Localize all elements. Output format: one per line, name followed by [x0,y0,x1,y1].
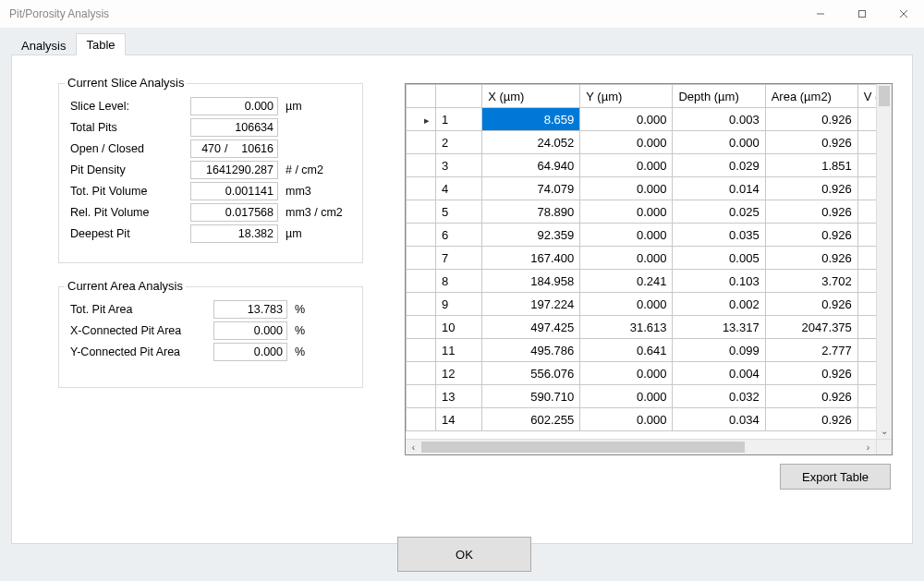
cell-depth[interactable]: 0.103 [673,270,765,293]
table-row[interactable]: 224.0520.0000.0000.926 [407,131,877,154]
row-header[interactable] [407,131,436,154]
row-header[interactable] [407,385,436,408]
cell-index[interactable]: 8 [436,270,482,293]
cell-index[interactable]: 9 [436,293,482,316]
export-table-button[interactable]: Export Table [780,464,891,490]
cell-depth[interactable]: 0.025 [673,200,765,224]
cell-area[interactable]: 0.926 [765,224,857,247]
row-header[interactable] [407,177,436,200]
cell-area[interactable]: 0.926 [765,385,857,408]
row-header[interactable] [407,293,436,316]
value[interactable]: 0.000 [213,321,287,340]
table-row[interactable]: 578.8900.0000.0250.926 [407,200,877,224]
value[interactable]: 106634 [190,118,278,137]
cell-index[interactable]: 1 [436,108,482,131]
cell-area[interactable]: 0.926 [765,408,857,431]
grid-vertical-scrollbar[interactable]: ⌄ [876,84,892,439]
cell-x[interactable]: 590.710 [482,385,580,408]
value[interactable]: 0.001141 [190,182,278,200]
scrollbar-thumb[interactable] [879,86,890,106]
table-row[interactable]: 11495.7860.6410.0992.777 [407,339,877,362]
cell-area[interactable]: 0.926 [765,362,857,385]
table-row[interactable]: 364.9400.0000.0291.851 [407,154,877,177]
close-button[interactable] [882,0,924,28]
grid-corner-header[interactable] [407,85,436,108]
minimize-button[interactable] [799,0,841,28]
col-header-index[interactable] [436,85,482,108]
table-row[interactable]: 12556.0760.0000.0040.926 [407,362,877,385]
cell-x[interactable]: 74.079 [482,177,580,200]
cell-v[interactable] [857,316,876,339]
value[interactable]: 470 / 10616 [190,139,278,158]
scrollbar-thumb[interactable] [421,442,745,453]
chevron-right-icon[interactable]: › [860,440,876,454]
cell-y[interactable]: 0.000 [580,385,673,408]
value[interactable]: 13.783 [213,300,287,319]
cell-v[interactable] [857,154,876,177]
value[interactable]: 0.000 [213,343,287,361]
table-row[interactable]: 8184.9580.2410.1033.702 [407,270,877,293]
table-row[interactable]: 18.6590.0000.0030.926 [407,108,877,131]
cell-area[interactable]: 1.851 [765,154,857,177]
cell-depth[interactable]: 0.004 [673,362,765,385]
table-row[interactable]: 13590.7100.0000.0320.926 [407,385,877,408]
cell-area[interactable]: 0.926 [765,247,857,270]
table-row[interactable]: 10497.42531.61313.3172047.375 [407,316,877,339]
cell-y[interactable]: 0.000 [580,408,673,431]
cell-x[interactable]: 92.359 [482,224,580,247]
cell-v[interactable] [857,362,876,385]
row-header[interactable] [407,200,436,224]
cell-x[interactable]: 602.255 [482,408,580,431]
cell-depth[interactable]: 0.099 [673,339,765,362]
cell-y[interactable]: 0.000 [580,177,673,200]
cell-index[interactable]: 10 [436,316,482,339]
data-grid[interactable]: X (µm) Y (µm) Depth (µm) Area (µm2) V (µ… [405,83,893,455]
col-header-y[interactable]: Y (µm) [580,85,673,108]
cell-index[interactable]: 12 [436,362,482,385]
cell-depth[interactable]: 0.034 [673,408,765,431]
cell-y[interactable]: 0.000 [580,224,673,247]
col-header-area[interactable]: Area (µm2) [765,85,857,108]
value[interactable]: 18.382 [190,224,278,243]
tab-table[interactable]: Table [76,33,125,55]
cell-x[interactable]: 64.940 [482,154,580,177]
cell-index[interactable]: 3 [436,154,482,177]
value[interactable]: 1641290.287 [190,161,278,179]
cell-index[interactable]: 14 [436,408,482,431]
cell-depth[interactable]: 0.032 [673,385,765,408]
cell-area[interactable]: 0.926 [765,131,857,154]
cell-depth[interactable]: 0.029 [673,154,765,177]
cell-depth[interactable]: 0.005 [673,247,765,270]
cell-area[interactable]: 0.926 [765,177,857,200]
cell-index[interactable]: 4 [436,177,482,200]
table-row[interactable]: 7167.4000.0000.0050.926 [407,247,877,270]
table-row[interactable]: 14602.2550.0000.0340.926 [407,408,877,431]
cell-area[interactable]: 0.926 [765,200,857,224]
row-header[interactable] [407,108,436,131]
row-header[interactable] [407,270,436,293]
cell-area[interactable]: 2047.375 [765,316,857,339]
grid-horizontal-scrollbar[interactable]: ‹ › [406,439,876,454]
cell-x[interactable]: 24.052 [482,131,580,154]
maximize-button[interactable] [841,0,882,28]
cell-v[interactable] [857,108,876,131]
cell-x[interactable]: 167.400 [482,247,580,270]
cell-depth[interactable]: 0.035 [673,224,765,247]
row-header[interactable] [407,247,436,270]
chevron-down-icon[interactable]: ⌄ [877,423,892,439]
cell-v[interactable] [857,270,876,293]
cell-v[interactable] [857,247,876,270]
cell-index[interactable]: 5 [436,200,482,224]
row-header[interactable] [407,154,436,177]
col-header-x[interactable]: X (µm) [482,85,580,108]
cell-y[interactable]: 0.241 [580,270,673,293]
cell-x[interactable]: 495.786 [482,339,580,362]
table-row[interactable]: 9197.2240.0000.0020.926 [407,293,877,316]
cell-x[interactable]: 78.890 [482,200,580,224]
ok-button[interactable]: OK [397,537,531,572]
table-row[interactable]: 474.0790.0000.0140.926 [407,177,877,200]
tab-analysis[interactable]: Analysis [11,34,76,55]
cell-x[interactable]: 497.425 [482,316,580,339]
cell-y[interactable]: 0.641 [580,339,673,362]
cell-index[interactable]: 6 [436,224,482,247]
